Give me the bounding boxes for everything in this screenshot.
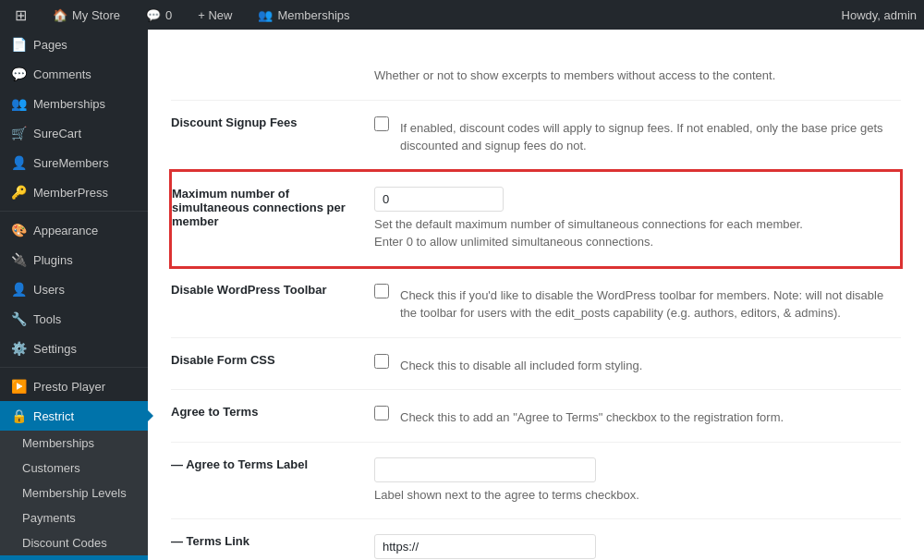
comments-count: 0	[165, 8, 172, 22]
submenu-item-discount-codes[interactable]: Discount Codes	[0, 530, 148, 555]
appearance-icon: 🎨	[11, 223, 26, 237]
comments-icon: 💬	[146, 8, 161, 22]
disable-toolbar-checkbox[interactable]	[374, 284, 389, 298]
sidebar-item-surecart[interactable]: 🛒 SureCart	[0, 118, 148, 148]
store-label: My Store	[72, 8, 120, 22]
main-content: Whether or not to show excerpts to membe…	[148, 30, 924, 560]
restrict-arrow-icon	[148, 410, 153, 421]
terms-label-value: Label shown next to the agree to terms c…	[374, 442, 901, 519]
memberships-bar-label: Memberships	[277, 8, 349, 22]
terms-link-input[interactable]	[374, 534, 596, 559]
settings-wrap: Whether or not to show excerpts to membe…	[148, 30, 924, 560]
settings-label: Settings	[33, 342, 77, 356]
submenu-payments-label: Payments	[22, 511, 76, 525]
presto-label: Presto Player	[33, 380, 105, 394]
sidebar-item-presto[interactable]: ▶️ Presto Player	[0, 371, 148, 401]
submenu-item-settings[interactable]: Settings	[0, 555, 148, 560]
memberships-icon: 👥	[11, 96, 26, 111]
sidebar-item-plugins[interactable]: 🔌 Plugins	[0, 245, 148, 274]
sidebar-item-comments[interactable]: 💬 Comments	[0, 59, 148, 89]
memberpress-icon: 🔑	[11, 185, 26, 200]
separator-1	[0, 211, 148, 212]
memberships-bar-icon: 👥	[258, 8, 273, 22]
comments-item[interactable]: 💬 0	[139, 0, 179, 30]
new-label: + New	[198, 8, 232, 22]
discount-signup-checkbox[interactable]	[374, 116, 389, 131]
tools-icon: 🔧	[11, 311, 26, 326]
plugins-label: Plugins	[33, 253, 73, 267]
agree-to-terms-value: Check this to add an "Agree to Terms" ch…	[374, 390, 901, 443]
sidebar-item-pages[interactable]: 📄 Pages	[0, 30, 148, 59]
disable-form-css-checkbox[interactable]	[374, 354, 389, 369]
pages-label: Pages	[33, 38, 67, 52]
surecart-label: SureCart	[33, 127, 81, 140]
sidebar-item-restrict[interactable]: 🔒 Restrict	[0, 401, 148, 431]
disable-toolbar-value: Check this if you'd like to disable the …	[374, 267, 901, 338]
submenu-item-payments[interactable]: Payments	[0, 505, 148, 530]
max-connections-value: Set the default maximum number of simult…	[374, 171, 901, 267]
submenu-discount-codes-label: Discount Codes	[22, 536, 107, 550]
restrict-label: Restrict	[33, 409, 74, 423]
max-connections-label: Maximum number of simultaneous connectio…	[171, 171, 374, 267]
sidebar-item-settings[interactable]: ⚙️ Settings	[0, 334, 148, 363]
submenu-item-customers[interactable]: Customers	[0, 456, 148, 481]
restrict-submenu: Memberships Customers Membership Levels …	[0, 431, 148, 560]
admin-bar: ⊞ 🏠 My Store 💬 0 + New 👥 Memberships How…	[0, 0, 924, 30]
sidebar-item-suremembers[interactable]: 👤 SureMembers	[0, 148, 148, 177]
wp-logo-item[interactable]: ⊞	[7, 0, 34, 30]
my-store-item[interactable]: 🏠 My Store	[45, 0, 128, 30]
submenu-item-memberships[interactable]: Memberships	[0, 431, 148, 456]
table-row-agree-to-terms: Agree to Terms Check this to add an "Agr…	[171, 390, 901, 443]
comments-menu-icon: 💬	[11, 67, 26, 81]
terms-label-input[interactable]	[374, 457, 596, 482]
table-row-disable-toolbar: Disable WordPress Toolbar Check this if …	[171, 267, 901, 338]
suremembers-icon: 👤	[11, 155, 26, 170]
terms-label-description: Label shown next to the agree to terms c…	[374, 486, 901, 505]
restrict-icon: 🔒	[11, 408, 26, 423]
presto-icon: ▶️	[11, 379, 26, 394]
terms-link-label: — Terms Link	[171, 519, 374, 561]
new-item[interactable]: + New	[190, 0, 239, 30]
disable-form-css-label: Disable Form CSS	[171, 337, 374, 390]
max-connections-input[interactable]	[374, 187, 504, 212]
table-row-terms-label: — Agree to Terms Label Label shown next …	[171, 442, 901, 519]
submenu-item-membership-levels[interactable]: Membership Levels	[0, 481, 148, 505]
appearance-label: Appearance	[33, 224, 98, 237]
show-excerpts-value: Whether or not to show excerpts to membe…	[374, 48, 901, 100]
surecart-icon: 🛒	[11, 126, 26, 140]
terms-label-th: — Agree to Terms Label	[171, 442, 374, 519]
memberships-bar-item[interactable]: 👥 Memberships	[250, 0, 357, 30]
users-label: Users	[33, 283, 65, 297]
sidebar-item-appearance[interactable]: 🎨 Appearance	[0, 215, 148, 245]
discount-signup-description: If enabled, discount codes will apply to…	[400, 119, 901, 155]
suremembers-label: SureMembers	[33, 156, 109, 170]
settings-table: Whether or not to show excerpts to membe…	[170, 48, 902, 560]
memberships-label: Memberships	[33, 97, 105, 111]
sidebar-item-memberpress[interactable]: 🔑 MemberPress	[0, 177, 148, 207]
memberpress-label: MemberPress	[33, 186, 108, 200]
comments-menu-label: Comments	[33, 67, 91, 81]
submenu-memberships-label: Memberships	[22, 436, 94, 450]
terms-link-value: Optional - the URL to your terms page. I…	[374, 519, 901, 561]
sidebar-item-tools[interactable]: 🔧 Tools	[0, 304, 148, 334]
separator-2	[0, 367, 148, 368]
show-excerpts-label	[171, 48, 374, 100]
submenu-membership-levels-label: Membership Levels	[22, 486, 127, 500]
sidebar-item-memberships[interactable]: 👥 Memberships	[0, 89, 148, 118]
admin-sidebar: 📄 Pages 💬 Comments 👥 Memberships 🛒 SureC…	[0, 30, 148, 560]
agree-to-terms-checkbox[interactable]	[374, 406, 389, 420]
sidebar-item-users[interactable]: 👤 Users	[0, 274, 148, 304]
table-row-terms-link: — Terms Link Optional - the URL to your …	[171, 519, 901, 561]
discount-signup-value: If enabled, discount codes will apply to…	[374, 100, 901, 171]
table-row-show-excerpts: Whether or not to show excerpts to membe…	[171, 48, 901, 100]
disable-toolbar-description: Check this if you'd like to disable the …	[400, 286, 901, 323]
howdy-label: Howdy, admin	[842, 8, 917, 22]
show-excerpts-description: Whether or not to show excerpts to membe…	[374, 67, 901, 85]
submenu-customers-label: Customers	[22, 461, 80, 475]
discount-signup-label: Discount Signup Fees	[171, 100, 374, 171]
disable-form-css-value: Check this to disable all included form …	[374, 337, 901, 390]
agree-to-terms-description: Check this to add an "Agree to Terms" ch…	[400, 408, 784, 427]
settings-icon: ⚙️	[11, 341, 26, 356]
max-connections-description: Set the default maximum number of simult…	[374, 215, 900, 251]
store-icon: 🏠	[53, 8, 67, 22]
